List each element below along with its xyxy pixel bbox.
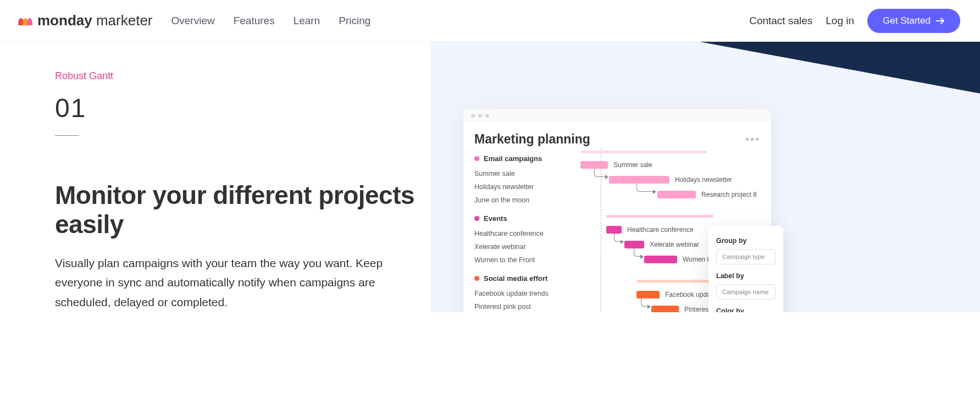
secondary-nav: Contact sales Log in Get Started (749, 9, 960, 33)
bar-label: Summer sale (613, 161, 652, 169)
more-icon[interactable]: ••• (745, 133, 760, 146)
bar-label: Holidays newsletter (675, 176, 732, 184)
nav-pricing[interactable]: Pricing (339, 15, 370, 27)
bullet-icon (474, 156, 479, 161)
section-name: Social media effort (484, 274, 547, 283)
top-nav: monday marketer Overview Features Learn … (0, 0, 980, 42)
arrow-head-icon (640, 254, 644, 259)
get-started-button[interactable]: Get Started (867, 9, 960, 33)
section-name: Email campaigns (484, 154, 542, 163)
label-by-select[interactable]: Campaign name (716, 284, 776, 300)
dependency-arrow-icon (636, 184, 653, 192)
dependency-arrow-icon (614, 234, 621, 242)
gantt-bar[interactable]: Xelerate webinar (624, 241, 644, 248)
bar-label: Research project 8 (701, 191, 757, 198)
hero-section: Robust Gantt 01 Monitor your different p… (0, 42, 980, 312)
eyebrow: Robust Gantt (55, 70, 429, 82)
bar-label: Xelerate webinar (650, 241, 699, 248)
logo[interactable]: monday marketer (16, 12, 153, 29)
group-range-bar (606, 215, 713, 218)
setting-label: Label by (716, 272, 776, 280)
arrow-right-icon (936, 17, 945, 25)
arrow-head-icon (647, 305, 651, 309)
nav-overview[interactable]: Overview (171, 15, 215, 27)
hero-illustration: Marketing planning ••• Email campaigns S… (430, 42, 980, 312)
gantt-bar[interactable]: Summer sale (580, 161, 608, 169)
gantt-bar[interactable]: Facebook update t (636, 291, 660, 298)
nav-features[interactable]: Features (234, 15, 275, 27)
bar-label: Healthcare conference (627, 226, 694, 234)
number-divider (55, 135, 79, 136)
window-dot-icon (478, 114, 482, 118)
bg-triangle (700, 42, 980, 93)
primary-nav: Overview Features Learn Pricing (171, 15, 371, 27)
setting-label: Color by (716, 307, 776, 312)
arrow-head-icon (621, 240, 624, 244)
gantt-bar[interactable]: Women to the (644, 256, 677, 263)
gantt-title: Marketing planning (474, 132, 590, 147)
contact-sales-link[interactable]: Contact sales (749, 15, 812, 27)
cta-label: Get Started (883, 15, 931, 26)
hero-title: Monitor your different projects easily (55, 181, 429, 239)
section-name: Events (484, 214, 507, 223)
hero-paragraph: Visually plan campaigns with your team t… (55, 253, 396, 312)
window-dot-icon (485, 114, 489, 118)
dependency-arrow-icon (641, 298, 647, 307)
gantt-settings-card: Group by Campaign type Label by Campaign… (708, 226, 783, 312)
bullet-icon (474, 276, 479, 281)
dependency-arrow-icon (594, 169, 605, 177)
setting-label: Group by (716, 237, 776, 245)
gantt-bar[interactable]: Holidays newsletter (609, 176, 669, 184)
window-titlebar (463, 109, 771, 122)
dependency-arrow-icon (634, 248, 640, 257)
gantt-bar[interactable]: Research project 8 (657, 191, 696, 198)
login-link[interactable]: Log in (826, 15, 854, 27)
bullet-icon (474, 216, 479, 221)
gantt-bar[interactable]: Pinterest pin (651, 306, 679, 312)
window-dot-icon (471, 114, 475, 118)
logo-text: monday marketer (37, 12, 153, 29)
arrow-head-icon (605, 175, 608, 179)
gantt-bar[interactable]: Healthcare conference (606, 226, 622, 234)
group-range-bar (636, 280, 713, 283)
nav-learn[interactable]: Learn (294, 15, 320, 27)
group-by-select[interactable]: Campaign type (716, 249, 776, 264)
arrow-head-icon (653, 190, 656, 194)
group-range-bar (580, 151, 707, 153)
logo-mark-icon (16, 14, 33, 27)
section-number: 01 (55, 93, 429, 123)
hero-copy: Robust Gantt 01 Monitor your different p… (0, 42, 429, 312)
